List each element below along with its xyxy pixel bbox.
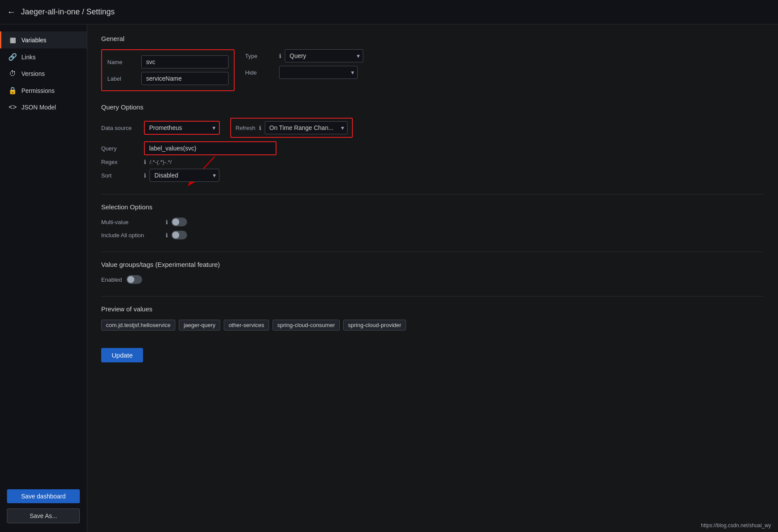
type-select-wrap: Query Custom Text box Constant Datasourc… bbox=[285, 49, 363, 62]
sidebar: ▦ Variables 🔗 Links ⏱ Versions 🔒 Permiss… bbox=[0, 24, 87, 532]
hide-select[interactable]: Variable Label bbox=[279, 66, 358, 79]
divider-2 bbox=[101, 252, 764, 252]
sort-select-wrap: Disabled Alphabetical (asc) Alphabetical… bbox=[150, 169, 219, 182]
update-button[interactable]: Update bbox=[101, 348, 143, 362]
general-title: General bbox=[101, 35, 764, 42]
type-row: Type ℹ Query Custom Text box Constant Da… bbox=[245, 49, 363, 62]
sidebar-label-variables: Variables bbox=[21, 37, 46, 44]
preview-title: Preview of values bbox=[101, 305, 764, 313]
name-label: Name bbox=[107, 59, 138, 65]
enabled-toggle[interactable] bbox=[126, 275, 142, 284]
refresh-select[interactable]: On Time Range Chan... Never On Dashboard… bbox=[265, 121, 348, 134]
query-options-section: Query Options Data source Prometheus Ref… bbox=[101, 103, 764, 182]
regex-value: /.*-(.*)-.*/ bbox=[150, 159, 172, 165]
sidebar-item-versions[interactable]: ⏱ Versions bbox=[0, 65, 87, 82]
sidebar-item-json-model[interactable]: <> JSON Model bbox=[0, 99, 87, 116]
datasource-select[interactable]: Prometheus bbox=[145, 122, 219, 134]
include-all-label: Include All option bbox=[101, 232, 162, 239]
query-label: Query bbox=[101, 145, 140, 152]
divider-1 bbox=[101, 194, 764, 194]
multi-value-toggle[interactable] bbox=[171, 218, 187, 226]
general-left-box: Name Label bbox=[101, 49, 235, 91]
versions-icon: ⏱ bbox=[8, 70, 17, 78]
general-section: General Name Label Type bbox=[101, 35, 764, 91]
sidebar-label-versions: Versions bbox=[21, 70, 45, 77]
value-groups-title: Value groups/tags (Experimental feature) bbox=[101, 261, 764, 268]
sidebar-item-variables[interactable]: ▦ Variables bbox=[0, 31, 87, 48]
name-row: Name bbox=[107, 55, 229, 68]
json-icon: <> bbox=[8, 103, 17, 111]
selection-section: Selection Options Multi-value ℹ Include … bbox=[101, 203, 764, 239]
save-as-button[interactable]: Save As... bbox=[7, 508, 80, 523]
sort-info-icon: ℹ bbox=[144, 172, 146, 179]
save-dashboard-button[interactable]: Save dashboard bbox=[7, 489, 80, 503]
multi-value-info-icon: ℹ bbox=[166, 219, 168, 225]
sort-select[interactable]: Disabled Alphabetical (asc) Alphabetical… bbox=[150, 169, 219, 182]
sidebar-label-links: Links bbox=[21, 54, 36, 61]
variables-icon: ▦ bbox=[8, 36, 17, 44]
preview-tag: jaeger-query bbox=[179, 320, 220, 331]
selection-title: Selection Options bbox=[101, 203, 764, 211]
preview-tags: com.jd.testjsf.helloservicejaeger-queryo… bbox=[101, 320, 764, 331]
sidebar-item-links[interactable]: 🔗 Links bbox=[0, 48, 87, 65]
hide-row: Hide Variable Label bbox=[245, 66, 363, 79]
back-button[interactable]: ← bbox=[7, 7, 16, 17]
label-row: Label bbox=[107, 72, 229, 85]
sort-row: Sort ℹ Disabled Alphabetical (asc) Alpha… bbox=[101, 169, 764, 182]
sort-label: Sort bbox=[101, 172, 140, 179]
multi-value-label: Multi-value bbox=[101, 219, 162, 225]
sidebar-item-permissions[interactable]: 🔒 Permissions bbox=[0, 82, 87, 99]
include-all-row: Include All option ℹ bbox=[101, 231, 764, 239]
multi-value-row: Multi-value ℹ bbox=[101, 218, 764, 226]
links-icon: 🔗 bbox=[8, 53, 17, 61]
regex-info-icon: ℹ bbox=[144, 159, 146, 165]
hide-select-wrap: Variable Label bbox=[279, 66, 358, 79]
datasource-label: Data source bbox=[101, 125, 140, 131]
refresh-info-icon: ℹ bbox=[259, 125, 261, 131]
query-options-title: Query Options bbox=[101, 103, 764, 111]
query-input-wrap bbox=[144, 141, 276, 155]
general-right-box: Type ℹ Query Custom Text box Constant Da… bbox=[245, 49, 363, 79]
query-row: Query bbox=[101, 141, 764, 155]
preview-tag: com.jd.testjsf.helloservice bbox=[101, 320, 175, 331]
include-all-toggle[interactable] bbox=[171, 231, 187, 239]
regex-label: Regex bbox=[101, 159, 140, 165]
refresh-box: Refresh ℹ On Time Range Chan... Never On… bbox=[230, 118, 353, 138]
enabled-row: Enabled bbox=[101, 275, 764, 284]
page-title: Jaeger-all-in-one / Settings bbox=[21, 7, 115, 17]
footer-link: https://blog.csdn.net/shuai_wy bbox=[701, 522, 771, 529]
preview-tag: other-services bbox=[224, 320, 269, 331]
sidebar-label-permissions: Permissions bbox=[21, 87, 55, 94]
enabled-label: Enabled bbox=[101, 276, 122, 283]
preview-tag: spring-cloud-consumer bbox=[273, 320, 340, 331]
datasource-select-wrap: Prometheus bbox=[144, 121, 220, 135]
label-label: Label bbox=[107, 75, 138, 82]
type-select[interactable]: Query Custom Text box Constant Datasourc… bbox=[285, 49, 363, 62]
permissions-icon: 🔒 bbox=[8, 86, 17, 95]
preview-tag: spring-cloud-provider bbox=[343, 320, 406, 331]
divider-3 bbox=[101, 296, 764, 297]
refresh-select-wrap: On Time Range Chan... Never On Dashboard… bbox=[265, 121, 348, 134]
topbar: ← Jaeger-all-in-one / Settings bbox=[0, 0, 778, 24]
name-input[interactable] bbox=[141, 55, 229, 68]
type-info-icon: ℹ bbox=[279, 53, 281, 59]
datasource-row: Data source Prometheus bbox=[101, 121, 220, 135]
type-label: Type bbox=[245, 53, 276, 59]
layout: ▦ Variables 🔗 Links ⏱ Versions 🔒 Permiss… bbox=[0, 24, 778, 532]
refresh-label: Refresh bbox=[235, 125, 256, 131]
sidebar-label-json: JSON Model bbox=[21, 104, 56, 111]
main-content: General Name Label Type bbox=[87, 24, 778, 532]
value-groups-section: Value groups/tags (Experimental feature)… bbox=[101, 261, 764, 284]
include-all-info-icon: ℹ bbox=[166, 232, 168, 239]
label-input[interactable] bbox=[141, 72, 229, 85]
general-grid: Name Label Type ℹ Query bbox=[101, 49, 764, 91]
query-input[interactable] bbox=[145, 142, 276, 154]
preview-section: Preview of values com.jd.testjsf.hellose… bbox=[101, 305, 764, 331]
hide-label: Hide bbox=[245, 69, 276, 76]
